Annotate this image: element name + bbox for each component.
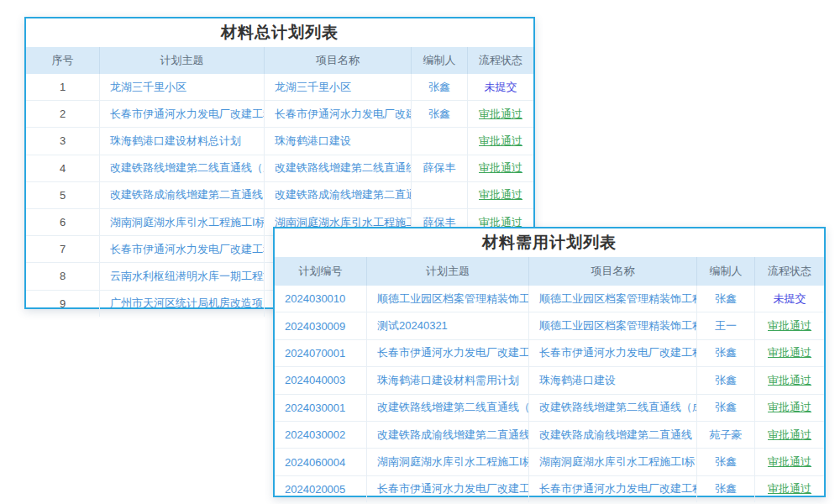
compiler-link[interactable]: 张鑫 bbox=[697, 286, 755, 312]
compiler-link[interactable]: 张鑫 bbox=[697, 476, 755, 502]
master-plan-title: 材料总计划列表 bbox=[26, 18, 533, 47]
table-row: 2024040003珠海鹤港口建设材料需用计划珠海鹤港口建设张鑫审批通过 bbox=[275, 366, 824, 393]
plan-number-link[interactable]: 2024040003 bbox=[275, 367, 367, 393]
compiler-link[interactable] bbox=[412, 182, 468, 208]
compiler-link[interactable]: 张鑫 bbox=[697, 340, 755, 366]
row-index: 4 bbox=[26, 155, 100, 181]
row-index: 7 bbox=[26, 236, 100, 262]
row-index: 5 bbox=[26, 182, 100, 208]
plan-subject-link[interactable]: 测试20240321 bbox=[367, 312, 529, 339]
compiler-link[interactable] bbox=[412, 128, 468, 154]
table-row: 2024030010顺德工业园区档案管理精装饰工程（...顺德工业园区档案管理精… bbox=[275, 286, 824, 312]
compiler-link[interactable]: 张鑫 bbox=[412, 101, 468, 127]
column-header-plan-no: 计划编号 bbox=[275, 257, 367, 286]
status-badge[interactable]: 审批通过 bbox=[468, 101, 533, 127]
plan-number-link[interactable]: 2024060004 bbox=[275, 449, 367, 475]
table-row: 3珠海鹤港口建设材料总计划珠海鹤港口建设审批通过 bbox=[26, 127, 533, 154]
plan-subject-link[interactable]: 广州市天河区统计局机房改造项目材料总计划 bbox=[100, 291, 265, 317]
status-badge[interactable]: 审批通过 bbox=[468, 128, 533, 154]
column-header-compiler: 编制人 bbox=[697, 257, 755, 286]
status-badge[interactable]: 审批通过 bbox=[755, 476, 824, 502]
page: 材料总计划列表 序号 计划主题 项目名称 编制人 流程状态 1龙湖三千里小区龙湖… bbox=[0, 0, 840, 504]
status-badge[interactable]: 审批通过 bbox=[755, 312, 824, 339]
plan-subject-link[interactable]: 龙湖三千里小区 bbox=[100, 74, 265, 100]
column-header-project: 项目名称 bbox=[529, 257, 697, 286]
status-badge[interactable]: 审批通过 bbox=[755, 449, 824, 475]
plan-subject-link[interactable]: 改建铁路线增建第二线直通线（成都-西安）... bbox=[100, 155, 265, 181]
plan-subject-link[interactable]: 顺德工业园区档案管理精装饰工程（... bbox=[367, 286, 529, 312]
status-badge[interactable]: 审批通过 bbox=[468, 155, 533, 181]
plan-number-link[interactable]: 2024030009 bbox=[275, 312, 367, 339]
table-row: 5改建铁路成渝线增建第二直通线（成渝枢纽...改建铁路成渝线增建第二直通线...… bbox=[26, 181, 533, 208]
project-name-link[interactable]: 长春市伊通河水力发电厂改建工程 bbox=[265, 101, 412, 127]
project-name-link[interactable]: 长春市伊通河水力发电厂改建工程 bbox=[529, 340, 697, 366]
row-index: 2 bbox=[26, 101, 100, 127]
plan-subject-link[interactable]: 珠海鹤港口建设材料需用计划 bbox=[367, 367, 529, 393]
status-badge[interactable]: 未提交 bbox=[468, 74, 533, 100]
table-row: 2024030002改建铁路成渝线增建第二直通线（成...改建铁路成渝线增建第二… bbox=[275, 421, 824, 448]
status-badge[interactable]: 审批通过 bbox=[755, 367, 824, 393]
plan-number-link[interactable]: 2024030001 bbox=[275, 395, 367, 421]
table-row: 4改建铁路线增建第二线直通线（成都-西安）...改建铁路线增建第二线直通线（..… bbox=[26, 155, 533, 181]
table-row: 2024060004湖南洞庭湖水库引水工程施工I标材...湖南洞庭湖水库引水工程… bbox=[275, 448, 824, 475]
status-badge[interactable]: 审批通过 bbox=[755, 340, 824, 366]
plan-subject-link[interactable]: 珠海鹤港口建设材料总计划 bbox=[100, 128, 265, 154]
compiler-link[interactable]: 薛保丰 bbox=[412, 155, 468, 181]
row-index: 9 bbox=[26, 291, 100, 317]
table-row: 2024020005长春市伊通河水力发电厂改建工程材...长春市伊通河水力发电厂… bbox=[275, 475, 824, 502]
compiler-link[interactable]: 张鑫 bbox=[697, 449, 755, 475]
project-name-link[interactable]: 长春市伊通河水力发电厂改建工程 bbox=[529, 476, 697, 502]
plan-subject-link[interactable]: 长春市伊通河水力发电厂改建工程材... bbox=[367, 476, 529, 502]
project-name-link[interactable]: 珠海鹤港口建设 bbox=[529, 367, 697, 393]
master-plan-header-row: 序号 计划主题 项目名称 编制人 流程状态 bbox=[26, 47, 533, 74]
column-header-index: 序号 bbox=[26, 47, 100, 74]
column-header-subject: 计划主题 bbox=[367, 257, 529, 286]
status-badge[interactable]: 审批通过 bbox=[468, 182, 533, 208]
plan-subject-link[interactable]: 湖南洞庭湖水库引水工程施工I标材... bbox=[367, 449, 529, 475]
plan-subject-link[interactable]: 长春市伊通河水力发电厂改建工程材料总计划 bbox=[100, 236, 265, 262]
plan-subject-link[interactable]: 长春市伊通河水力发电厂改建工程合同材料... bbox=[100, 101, 265, 127]
project-name-link[interactable]: 顺德工业园区档案管理精装饰工程（... bbox=[529, 286, 697, 312]
row-index: 1 bbox=[26, 74, 100, 100]
plan-subject-link[interactable]: 云南水利枢纽潜明水库一期工程施工I标材料... bbox=[100, 263, 265, 289]
column-header-project: 项目名称 bbox=[265, 47, 412, 74]
demand-plan-table: 材料需用计划列表 计划编号 计划主题 项目名称 编制人 流程状态 2024030… bbox=[273, 227, 826, 497]
status-badge[interactable]: 审批通过 bbox=[755, 395, 824, 421]
compiler-link[interactable]: 张鑫 bbox=[697, 395, 755, 421]
row-index: 6 bbox=[26, 209, 100, 235]
plan-number-link[interactable]: 2024030010 bbox=[275, 286, 367, 312]
compiler-link[interactable]: 张鑫 bbox=[697, 367, 755, 393]
demand-plan-title: 材料需用计划列表 bbox=[275, 228, 824, 257]
table-row: 2024030001改建铁路线增建第二线直通线（成都...改建铁路线增建第二线直… bbox=[275, 394, 824, 421]
plan-subject-link[interactable]: 改建铁路成渝线增建第二直通线（成... bbox=[367, 422, 529, 448]
row-index: 3 bbox=[26, 128, 100, 154]
compiler-link[interactable]: 张鑫 bbox=[412, 74, 468, 100]
plan-subject-link[interactable]: 长春市伊通河水力发电厂改建工程合... bbox=[367, 340, 529, 366]
project-name-link[interactable]: 珠海鹤港口建设 bbox=[265, 128, 412, 154]
project-name-link[interactable]: 顺德工业园区档案管理精装饰工程（... bbox=[529, 312, 697, 339]
plan-subject-link[interactable]: 湖南洞庭湖水库引水工程施工I标材料总计划 bbox=[100, 209, 265, 235]
plan-number-link[interactable]: 2024070001 bbox=[275, 340, 367, 366]
plan-number-link[interactable]: 2024020005 bbox=[275, 476, 367, 502]
status-badge[interactable]: 审批通过 bbox=[755, 422, 824, 448]
demand-plan-body: 2024030010顺德工业园区档案管理精装饰工程（...顺德工业园区档案管理精… bbox=[275, 286, 824, 502]
table-row: 2长春市伊通河水力发电厂改建工程合同材料...长春市伊通河水力发电厂改建工程张鑫… bbox=[26, 100, 533, 127]
table-row: 2024070001长春市伊通河水力发电厂改建工程合...长春市伊通河水力发电厂… bbox=[275, 339, 824, 366]
demand-plan-header-row: 计划编号 计划主题 项目名称 编制人 流程状态 bbox=[275, 257, 824, 286]
project-name-link[interactable]: 改建铁路线增建第二线直通线（... bbox=[265, 155, 412, 181]
column-header-status: 流程状态 bbox=[755, 257, 824, 286]
project-name-link[interactable]: 改建铁路成渝线增建第二直通线（成... bbox=[529, 422, 697, 448]
project-name-link[interactable]: 改建铁路线增建第二线直通线（成都... bbox=[529, 395, 697, 421]
table-row: 2024030009测试20240321顺德工业园区档案管理精装饰工程（...王… bbox=[275, 312, 824, 339]
table-row: 1龙湖三千里小区龙湖三千里小区张鑫未提交 bbox=[26, 74, 533, 100]
project-name-link[interactable]: 湖南洞庭湖水库引水工程施工I标 bbox=[529, 449, 697, 475]
compiler-link[interactable]: 苑子豪 bbox=[697, 422, 755, 448]
project-name-link[interactable]: 龙湖三千里小区 bbox=[265, 74, 412, 100]
compiler-link[interactable]: 王一 bbox=[697, 312, 755, 339]
plan-subject-link[interactable]: 改建铁路成渝线增建第二直通线（成渝枢纽... bbox=[100, 182, 265, 208]
project-name-link[interactable]: 改建铁路成渝线增建第二直通线... bbox=[265, 182, 412, 208]
column-header-compiler: 编制人 bbox=[412, 47, 468, 74]
plan-subject-link[interactable]: 改建铁路线增建第二线直通线（成都... bbox=[367, 395, 529, 421]
status-badge[interactable]: 未提交 bbox=[755, 286, 824, 312]
plan-number-link[interactable]: 2024030002 bbox=[275, 422, 367, 448]
